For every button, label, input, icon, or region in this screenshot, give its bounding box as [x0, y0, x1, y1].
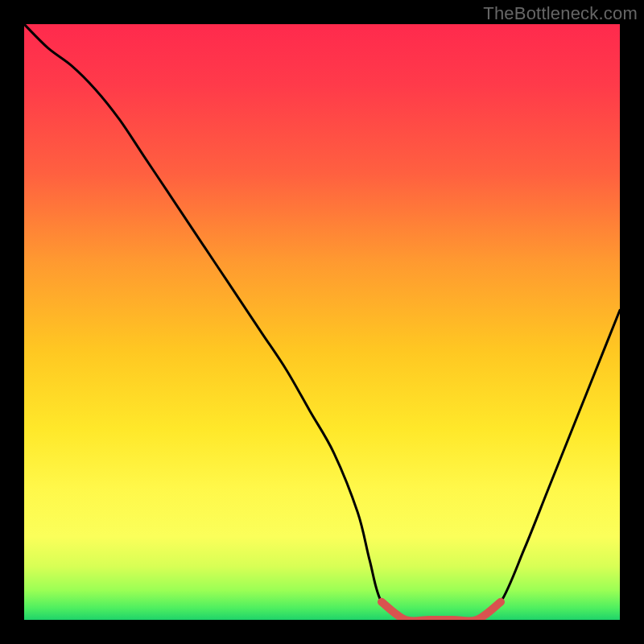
chart-frame: TheBottleneck.com	[0, 0, 644, 644]
optimal-flat-region	[382, 602, 501, 620]
bottleneck-curve	[24, 24, 620, 620]
curve-layer	[24, 24, 620, 620]
gradient-plot-area	[24, 24, 620, 620]
watermark-text: TheBottleneck.com	[483, 3, 638, 24]
